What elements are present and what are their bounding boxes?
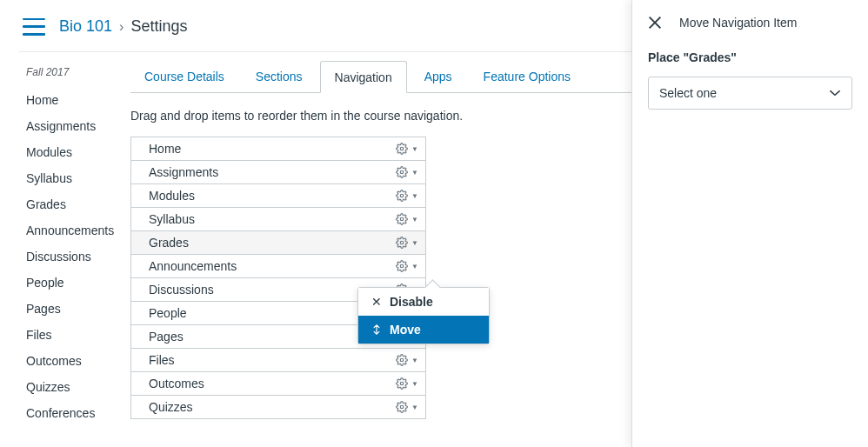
panel-title: Move Navigation Item — [679, 16, 797, 30]
tab-navigation[interactable]: Navigation — [320, 61, 407, 93]
gear-icon[interactable] — [396, 213, 408, 225]
caret-down-icon[interactable]: ▼ — [411, 145, 418, 153]
nav-item[interactable]: Announcements ▼ — [131, 255, 425, 278]
caret-down-icon[interactable]: ▼ — [411, 263, 418, 270]
sidebar-item-assignments[interactable]: Assignments — [26, 113, 120, 139]
nav-item-label: Syllabus — [149, 212, 195, 226]
panel-placement-label: Place "Grades" — [648, 50, 852, 64]
svg-point-0 — [400, 147, 404, 150]
nav-item-label: Modules — [149, 189, 195, 203]
nav-item[interactable]: Modules ▼ — [131, 184, 425, 208]
chevron-down-icon — [829, 89, 841, 97]
nav-item-label: People — [149, 306, 187, 320]
x-icon: ✕ — [369, 295, 384, 309]
breadcrumb: Bio 101 › Settings — [59, 17, 187, 36]
nav-item-label: Assignments — [149, 165, 218, 179]
breadcrumb-course-link[interactable]: Bio 101 — [59, 17, 112, 36]
caret-down-icon[interactable]: ▼ — [411, 169, 418, 177]
svg-point-1 — [400, 170, 404, 174]
svg-point-4 — [400, 241, 404, 244]
sidebar-item-announcements[interactable]: Announcements — [26, 217, 120, 244]
placement-select[interactable]: Select one — [648, 77, 852, 110]
tab-course-details[interactable]: Course Details — [130, 61, 238, 92]
svg-point-2 — [400, 194, 404, 197]
tab-feature-options[interactable]: Feature Options — [470, 61, 584, 92]
gear-icon[interactable] — [396, 190, 408, 202]
caret-down-icon[interactable]: ▼ — [411, 239, 418, 247]
nav-item[interactable]: Home ▼ — [131, 137, 425, 161]
sidebar-item-home[interactable]: Home — [26, 87, 120, 113]
move-icon — [369, 324, 384, 336]
navigation-items-list: Home ▼ Assignments ▼ Modules ▼ Syllabus … — [130, 137, 426, 419]
tab-sections[interactable]: Sections — [242, 61, 317, 92]
nav-item-label: Home — [149, 142, 181, 156]
nav-item-label: Quizzes — [149, 400, 193, 414]
course-sidebar: Fall 2017 Home Assignments Modules Sylla… — [0, 52, 130, 426]
close-icon[interactable] — [648, 16, 662, 30]
select-value: Select one — [659, 86, 717, 100]
nav-item[interactable]: Quizzes ▼ — [131, 396, 425, 419]
caret-down-icon[interactable]: ▼ — [411, 380, 418, 388]
sidebar-item-outcomes[interactable]: Outcomes — [26, 348, 120, 374]
nav-item[interactable]: Files ▼ — [131, 349, 425, 372]
svg-point-10 — [400, 382, 404, 385]
gear-icon[interactable] — [396, 166, 408, 178]
gear-icon[interactable] — [396, 377, 408, 390]
sidebar-item-files[interactable]: Files — [26, 322, 120, 348]
gear-icon[interactable] — [396, 354, 408, 366]
gear-icon[interactable] — [396, 260, 408, 272]
nav-item-label: Outcomes — [149, 377, 204, 390]
nav-item-label: Discussions — [149, 283, 214, 297]
breadcrumb-separator-icon: › — [119, 19, 124, 35]
nav-item[interactable]: Grades ▼ — [131, 231, 425, 255]
tab-apps[interactable]: Apps — [411, 61, 466, 92]
caret-down-icon[interactable]: ▼ — [411, 357, 418, 364]
caret-down-icon[interactable]: ▼ — [411, 192, 418, 200]
term-label: Fall 2017 — [26, 66, 120, 78]
caret-down-icon[interactable]: ▼ — [411, 404, 418, 411]
gear-icon[interactable] — [396, 237, 408, 249]
breadcrumb-current: Settings — [130, 17, 187, 36]
nav-item-context-menu: ✕ Disable Move — [357, 287, 490, 344]
svg-point-3 — [400, 217, 404, 221]
nav-item-label: Pages — [149, 330, 184, 344]
nav-item[interactable]: Syllabus ▼ — [131, 208, 425, 231]
sidebar-item-conferences[interactable]: Conferences — [26, 400, 120, 426]
sidebar-item-modules[interactable]: Modules — [26, 139, 120, 165]
menu-toggle-icon[interactable] — [23, 18, 45, 36]
caret-down-icon[interactable]: ▼ — [411, 216, 418, 224]
sidebar-item-syllabus[interactable]: Syllabus — [26, 165, 120, 191]
menu-item-label: Disable — [390, 295, 433, 309]
svg-point-11 — [400, 405, 404, 409]
svg-point-9 — [400, 358, 404, 362]
sidebar-nav-list: Home Assignments Modules Syllabus Grades… — [26, 87, 120, 426]
move-item-panel: Move Navigation Item Place "Grades" Sele… — [631, 0, 868, 447]
nav-item[interactable]: Assignments ▼ — [131, 161, 425, 184]
gear-icon[interactable] — [396, 401, 408, 413]
svg-point-5 — [400, 264, 404, 268]
sidebar-item-people[interactable]: People — [26, 270, 120, 296]
menu-item-label: Move — [390, 323, 421, 337]
nav-item[interactable]: Outcomes ▼ — [131, 372, 425, 396]
nav-item-label: Grades — [149, 236, 189, 250]
menu-item-move[interactable]: Move — [358, 316, 489, 344]
sidebar-item-grades[interactable]: Grades — [26, 191, 120, 217]
menu-item-disable[interactable]: ✕ Disable — [358, 288, 489, 316]
sidebar-item-discussions[interactable]: Discussions — [26, 244, 120, 270]
sidebar-item-pages[interactable]: Pages — [26, 296, 120, 322]
nav-item-label: Announcements — [149, 259, 237, 273]
nav-item-label: Files — [149, 353, 175, 367]
gear-icon[interactable] — [396, 143, 408, 155]
sidebar-item-quizzes[interactable]: Quizzes — [26, 374, 120, 400]
